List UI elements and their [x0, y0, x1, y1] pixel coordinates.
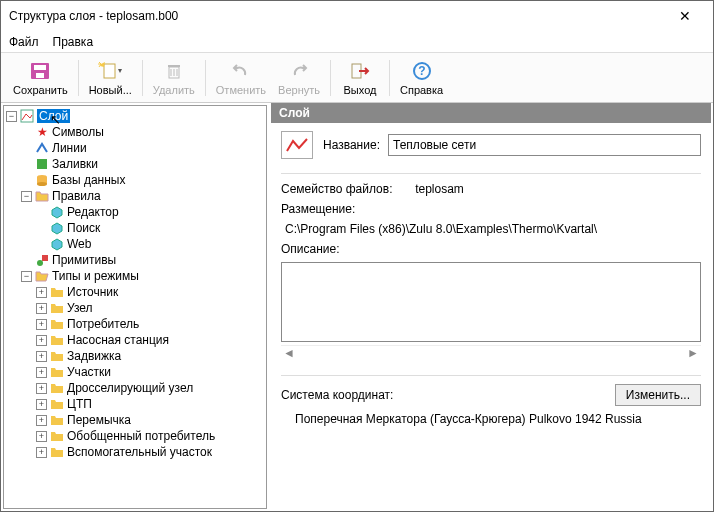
collapse-icon[interactable]: − — [21, 191, 32, 202]
tree-valve[interactable]: Задвижка — [67, 349, 121, 363]
database-icon — [34, 172, 50, 188]
menu-file[interactable]: Файл — [9, 35, 39, 49]
location-label: Размещение: — [281, 202, 355, 216]
expand-icon[interactable]: + — [36, 383, 47, 394]
menu-edit[interactable]: Правка — [53, 35, 94, 49]
folder-icon — [34, 188, 50, 204]
folder-icon — [49, 332, 65, 348]
redo-icon — [287, 60, 311, 82]
tree-fills[interactable]: Заливки — [52, 157, 98, 171]
delete-button: Удалить — [147, 58, 201, 98]
expand-icon[interactable]: + — [36, 431, 47, 442]
tree-prims[interactable]: Примитивы — [52, 253, 116, 267]
cursor-icon: ↖ — [50, 112, 61, 127]
folder-icon — [49, 396, 65, 412]
new-icon: ▾ — [98, 60, 122, 82]
expand-icon[interactable]: + — [36, 319, 47, 330]
svg-point-16 — [37, 182, 47, 186]
star-icon: ★ — [34, 124, 50, 140]
collapse-icon[interactable]: − — [21, 271, 32, 282]
tree-node[interactable]: Узел — [67, 301, 93, 315]
folder-icon — [49, 284, 65, 300]
change-button[interactable]: Изменить... — [615, 384, 701, 406]
svg-rect-1 — [34, 65, 46, 70]
save-icon — [28, 60, 52, 82]
name-label: Название: — [323, 138, 380, 152]
tree-web[interactable]: Web — [67, 237, 91, 251]
expand-icon[interactable]: + — [36, 367, 47, 378]
tree-jumper[interactable]: Перемычка — [67, 413, 131, 427]
expand-icon[interactable]: + — [36, 303, 47, 314]
folder-icon — [49, 348, 65, 364]
svg-rect-3 — [104, 64, 115, 78]
tree-consumer[interactable]: Потребитель — [67, 317, 139, 331]
collapse-icon[interactable]: − — [6, 111, 17, 122]
folder-open-icon — [34, 268, 50, 284]
trash-icon — [162, 60, 186, 82]
folder-icon — [49, 444, 65, 460]
crs-label: Система координат: — [281, 388, 393, 402]
tree-rules[interactable]: Правила — [52, 189, 101, 203]
fills-icon — [34, 156, 50, 172]
tree-lines[interactable]: Линии — [52, 141, 87, 155]
layer-preview-icon — [281, 131, 313, 159]
tree-view[interactable]: −Слой↖ ★Символы Линии Заливки Базы данны… — [3, 105, 267, 509]
folder-icon — [49, 380, 65, 396]
lines-icon — [34, 140, 50, 156]
shapes-icon — [34, 252, 50, 268]
svg-text:?: ? — [418, 64, 425, 78]
tree-editor[interactable]: Редактор — [67, 205, 119, 219]
tree-ctp[interactable]: ЦТП — [67, 397, 92, 411]
tree-source[interactable]: Источник — [67, 285, 118, 299]
redo-button: Вернуть — [272, 58, 326, 98]
new-button[interactable]: ▾ Новый... — [83, 58, 138, 98]
family-label: Семейство файлов: — [281, 182, 392, 196]
tree-search[interactable]: Поиск — [67, 221, 100, 235]
tree-gencons[interactable]: Обобщенный потребитель — [67, 429, 215, 443]
expand-icon[interactable]: + — [36, 287, 47, 298]
tree-db[interactable]: Базы данных — [52, 173, 125, 187]
name-input[interactable] — [388, 134, 701, 156]
tree-aux[interactable]: Вспомогательный участок — [67, 445, 212, 459]
close-icon[interactable]: ✕ — [665, 8, 705, 24]
window-title: Структура слоя - teplosam.b00 — [9, 9, 665, 23]
undo-icon — [229, 60, 253, 82]
location-value: C:\Program Files (x86)\Zulu 8.0\Examples… — [285, 222, 597, 236]
desc-label: Описание: — [281, 242, 340, 256]
family-value: teplosam — [415, 182, 464, 196]
exit-icon — [348, 60, 372, 82]
tree-sections[interactable]: Участки — [67, 365, 111, 379]
folder-icon — [49, 300, 65, 316]
expand-icon[interactable]: + — [36, 399, 47, 410]
svg-rect-8 — [168, 65, 180, 67]
expand-icon[interactable]: + — [36, 415, 47, 426]
exit-button[interactable]: Выход — [335, 58, 385, 98]
svg-rect-13 — [37, 159, 47, 169]
save-button[interactable]: Сохранить — [7, 58, 74, 98]
folder-icon — [49, 364, 65, 380]
panel-header: Слой — [271, 103, 711, 123]
scroll-right-icon[interactable]: ► — [687, 346, 699, 361]
expand-icon[interactable]: + — [36, 447, 47, 458]
tree-symbols[interactable]: Символы — [52, 125, 104, 139]
tree-types[interactable]: Типы и режимы — [52, 269, 139, 283]
svg-rect-17 — [42, 255, 48, 261]
cube-icon — [49, 220, 65, 236]
undo-button: Отменить — [210, 58, 272, 98]
desc-input[interactable] — [281, 262, 701, 342]
help-button[interactable]: ? Справка — [394, 58, 449, 98]
folder-icon — [49, 412, 65, 428]
scroll-left-icon[interactable]: ◄ — [283, 346, 295, 361]
help-icon: ? — [410, 60, 434, 82]
folder-icon — [49, 316, 65, 332]
cube-icon — [49, 204, 65, 220]
svg-rect-2 — [36, 73, 44, 78]
tree-throttle[interactable]: Дросселирующий узел — [67, 381, 193, 395]
folder-icon — [49, 428, 65, 444]
expand-icon[interactable]: + — [36, 335, 47, 346]
tree-pump[interactable]: Насосная станция — [67, 333, 169, 347]
expand-icon[interactable]: + — [36, 351, 47, 362]
chevron-down-icon: ▾ — [118, 66, 122, 75]
cube-icon — [49, 236, 65, 252]
crs-value: Поперечная Меркатора (Гаусса-Крюгера) Pu… — [295, 412, 642, 426]
